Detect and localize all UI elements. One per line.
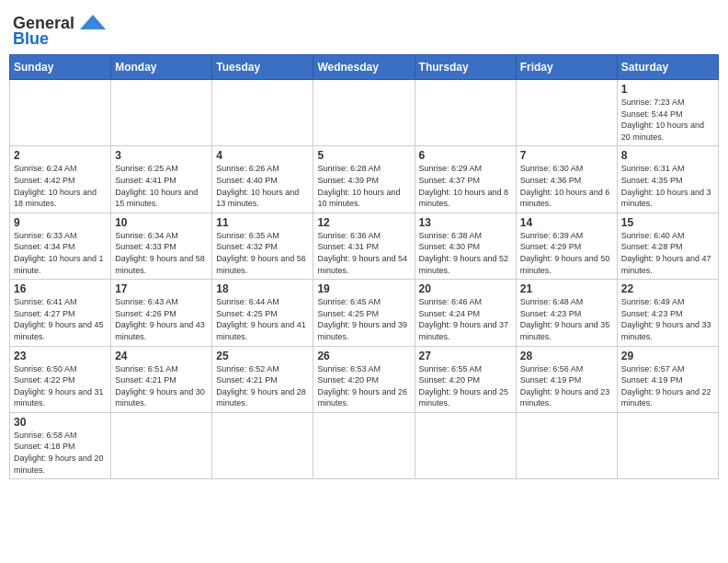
calendar-cell: 20Sunrise: 6:46 AM Sunset: 4:24 PM Dayli… — [415, 280, 516, 346]
day-info: Sunrise: 6:43 AM Sunset: 4:26 PM Dayligh… — [115, 296, 208, 342]
calendar-cell: 16Sunrise: 6:41 AM Sunset: 4:27 PM Dayli… — [10, 280, 111, 346]
day-number: 6 — [419, 149, 512, 162]
calendar-cell — [212, 80, 313, 146]
calendar-week-row: 23Sunrise: 6:50 AM Sunset: 4:22 PM Dayli… — [10, 346, 719, 412]
day-info: Sunrise: 6:31 AM Sunset: 4:35 PM Dayligh… — [621, 163, 714, 209]
day-info: Sunrise: 6:39 AM Sunset: 4:29 PM Dayligh… — [520, 230, 613, 276]
day-info: Sunrise: 6:26 AM Sunset: 4:40 PM Dayligh… — [216, 163, 309, 209]
day-number: 28 — [520, 350, 613, 362]
calendar-cell: 27Sunrise: 6:55 AM Sunset: 4:20 PM Dayli… — [415, 346, 516, 412]
logo: General Blue — [13, 9, 109, 49]
day-info: Sunrise: 6:50 AM Sunset: 4:22 PM Dayligh… — [14, 363, 107, 409]
calendar-cell: 12Sunrise: 6:36 AM Sunset: 4:31 PM Dayli… — [313, 213, 415, 279]
calendar-cell — [111, 412, 212, 478]
weekday-header-thursday: Thursday — [415, 55, 516, 80]
calendar-cell — [415, 412, 516, 478]
weekday-header-saturday: Saturday — [617, 55, 718, 80]
calendar-cell: 14Sunrise: 6:39 AM Sunset: 4:29 PM Dayli… — [516, 213, 617, 279]
day-number: 11 — [216, 216, 309, 229]
day-number: 18 — [216, 282, 309, 295]
calendar-cell — [10, 80, 111, 146]
calendar-cell: 30Sunrise: 6:58 AM Sunset: 4:18 PM Dayli… — [10, 412, 111, 478]
day-number: 25 — [216, 350, 309, 362]
day-number: 20 — [419, 282, 512, 295]
day-info: Sunrise: 6:45 AM Sunset: 4:25 PM Dayligh… — [317, 296, 410, 342]
calendar-cell — [516, 80, 617, 146]
calendar-week-row: 1Sunrise: 7:23 AM Sunset: 5:44 PM Daylig… — [10, 80, 719, 146]
calendar-week-row: 2Sunrise: 6:24 AM Sunset: 4:42 PM Daylig… — [10, 146, 719, 213]
day-number: 24 — [115, 350, 208, 362]
page-header: General Blue — [9, 9, 719, 49]
day-info: Sunrise: 6:41 AM Sunset: 4:27 PM Dayligh… — [14, 296, 107, 342]
day-info: Sunrise: 6:28 AM Sunset: 4:39 PM Dayligh… — [317, 163, 410, 209]
day-info: Sunrise: 6:55 AM Sunset: 4:20 PM Dayligh… — [419, 363, 512, 409]
weekday-header-monday: Monday — [111, 55, 212, 80]
calendar-cell: 25Sunrise: 6:52 AM Sunset: 4:21 PM Dayli… — [212, 346, 313, 412]
calendar-cell: 23Sunrise: 6:50 AM Sunset: 4:22 PM Dayli… — [10, 346, 111, 412]
day-info: Sunrise: 6:58 AM Sunset: 4:18 PM Dayligh… — [14, 430, 107, 476]
day-info: Sunrise: 6:56 AM Sunset: 4:19 PM Dayligh… — [520, 363, 613, 409]
day-number: 27 — [419, 350, 512, 362]
calendar-cell: 5Sunrise: 6:28 AM Sunset: 4:39 PM Daylig… — [313, 146, 415, 213]
day-number: 9 — [14, 216, 107, 229]
day-number: 10 — [115, 216, 208, 229]
day-info: Sunrise: 6:24 AM Sunset: 4:42 PM Dayligh… — [14, 163, 107, 209]
calendar-cell: 18Sunrise: 6:44 AM Sunset: 4:25 PM Dayli… — [212, 280, 313, 346]
calendar-cell: 15Sunrise: 6:40 AM Sunset: 4:28 PM Dayli… — [617, 213, 718, 279]
calendar-cell: 2Sunrise: 6:24 AM Sunset: 4:42 PM Daylig… — [10, 146, 111, 213]
calendar-cell — [516, 412, 617, 478]
weekday-header-tuesday: Tuesday — [212, 55, 313, 80]
day-number: 15 — [621, 216, 714, 229]
day-info: Sunrise: 6:40 AM Sunset: 4:28 PM Dayligh… — [621, 230, 714, 276]
calendar-cell: 11Sunrise: 6:35 AM Sunset: 4:32 PM Dayli… — [212, 213, 313, 279]
calendar-cell: 28Sunrise: 6:56 AM Sunset: 4:19 PM Dayli… — [516, 346, 617, 412]
logo-icon — [76, 13, 109, 33]
calendar-cell: 6Sunrise: 6:29 AM Sunset: 4:37 PM Daylig… — [415, 146, 516, 213]
day-number: 7 — [520, 149, 613, 162]
day-number: 23 — [14, 350, 107, 362]
calendar-cell: 10Sunrise: 6:34 AM Sunset: 4:33 PM Dayli… — [111, 213, 212, 279]
day-info: Sunrise: 6:38 AM Sunset: 4:30 PM Dayligh… — [419, 230, 512, 276]
calendar-cell: 8Sunrise: 6:31 AM Sunset: 4:35 PM Daylig… — [617, 146, 718, 213]
day-info: Sunrise: 6:30 AM Sunset: 4:36 PM Dayligh… — [520, 163, 613, 209]
calendar-cell: 24Sunrise: 6:51 AM Sunset: 4:21 PM Dayli… — [111, 346, 212, 412]
day-number: 5 — [317, 149, 410, 162]
day-info: Sunrise: 6:57 AM Sunset: 4:19 PM Dayligh… — [621, 363, 714, 409]
day-number: 2 — [14, 149, 107, 162]
calendar-cell — [111, 80, 212, 146]
day-number: 21 — [520, 282, 613, 295]
calendar-cell — [415, 80, 516, 146]
logo-text-blue: Blue — [13, 29, 49, 49]
day-info: Sunrise: 6:46 AM Sunset: 4:24 PM Dayligh… — [419, 296, 512, 342]
calendar-cell: 29Sunrise: 6:57 AM Sunset: 4:19 PM Dayli… — [617, 346, 718, 412]
day-info: Sunrise: 6:29 AM Sunset: 4:37 PM Dayligh… — [419, 163, 512, 209]
weekday-header-row: SundayMondayTuesdayWednesdayThursdayFrid… — [10, 55, 719, 80]
calendar-week-row: 9Sunrise: 6:33 AM Sunset: 4:34 PM Daylig… — [10, 213, 719, 279]
calendar-cell: 13Sunrise: 6:38 AM Sunset: 4:30 PM Dayli… — [415, 213, 516, 279]
calendar-table: SundayMondayTuesdayWednesdayThursdayFrid… — [9, 54, 719, 479]
day-number: 14 — [520, 216, 613, 229]
day-info: Sunrise: 7:23 AM Sunset: 5:44 PM Dayligh… — [621, 97, 714, 143]
calendar-cell: 9Sunrise: 6:33 AM Sunset: 4:34 PM Daylig… — [10, 213, 111, 279]
day-info: Sunrise: 6:25 AM Sunset: 4:41 PM Dayligh… — [115, 163, 208, 209]
day-number: 8 — [621, 149, 714, 162]
day-number: 16 — [14, 282, 107, 295]
day-info: Sunrise: 6:49 AM Sunset: 4:23 PM Dayligh… — [621, 296, 714, 342]
calendar-cell: 17Sunrise: 6:43 AM Sunset: 4:26 PM Dayli… — [111, 280, 212, 346]
day-number: 12 — [317, 216, 410, 229]
calendar-cell — [313, 80, 415, 146]
day-info: Sunrise: 6:48 AM Sunset: 4:23 PM Dayligh… — [520, 296, 613, 342]
day-info: Sunrise: 6:52 AM Sunset: 4:21 PM Dayligh… — [216, 363, 309, 409]
day-info: Sunrise: 6:53 AM Sunset: 4:20 PM Dayligh… — [317, 363, 410, 409]
day-number: 22 — [621, 282, 714, 295]
calendar-cell — [212, 412, 313, 478]
day-info: Sunrise: 6:51 AM Sunset: 4:21 PM Dayligh… — [115, 363, 208, 409]
day-number: 4 — [216, 149, 309, 162]
day-info: Sunrise: 6:35 AM Sunset: 4:32 PM Dayligh… — [216, 230, 309, 276]
day-number: 30 — [14, 416, 107, 429]
day-info: Sunrise: 6:33 AM Sunset: 4:34 PM Dayligh… — [14, 230, 107, 276]
calendar-cell: 7Sunrise: 6:30 AM Sunset: 4:36 PM Daylig… — [516, 146, 617, 213]
day-number: 19 — [317, 282, 410, 295]
calendar-cell — [617, 412, 718, 478]
day-number: 1 — [621, 83, 714, 96]
